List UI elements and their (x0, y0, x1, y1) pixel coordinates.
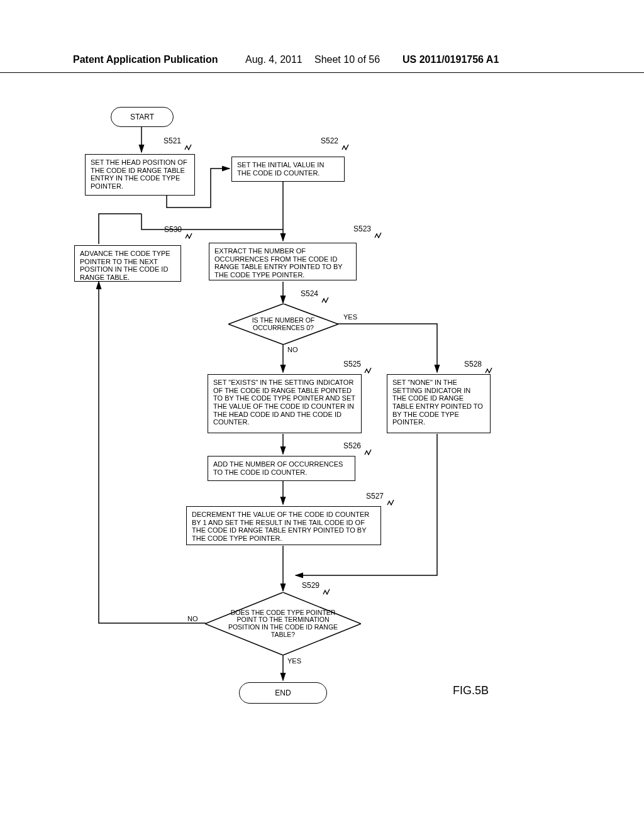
step-label-s524: S524 (301, 289, 318, 298)
flowchart-canvas: START S521 SET THE HEAD POSITION OF THE … (0, 88, 644, 780)
step-s526: ADD THE NUMBER OF OCCURRENCES TO THE COD… (208, 456, 355, 481)
path-yes-s524: YES (343, 313, 357, 321)
step-s522: SET THE INITIAL VALUE IN THE CODE ID COU… (231, 157, 345, 182)
decision-s529: DOES THE CODE TYPE POINTER POINT TO THE … (205, 592, 361, 655)
step-s523: EXTRACT THE NUMBER OF OCCURRENCES FROM T… (209, 243, 357, 280)
leader-blip-icon (387, 497, 394, 503)
leader-blip-icon (485, 365, 492, 371)
header-sheet: Sheet 10 of 56 (314, 54, 380, 65)
step-label-s528: S528 (464, 360, 482, 368)
decision-s529-text: DOES THE CODE TYPE POINTER POINT TO THE … (224, 609, 343, 638)
leader-blip-icon (321, 294, 329, 301)
decision-s524: IS THE NUMBER OF OCCURRENCES 0? (228, 304, 338, 345)
step-label-s522: S522 (321, 136, 338, 145)
path-no-s524: NO (287, 346, 298, 353)
step-label-s526: S526 (343, 441, 361, 450)
header-date: Aug. 4, 2011 (245, 54, 303, 65)
leader-blip-icon (185, 230, 192, 236)
step-label-s523: S523 (353, 224, 371, 233)
step-label-s527: S527 (366, 492, 384, 501)
step-s527: DECREMENT THE VALUE OF THE CODE ID COUNT… (186, 506, 381, 545)
terminator-end: END (239, 682, 327, 704)
leader-blip-icon (364, 446, 372, 453)
figure-label: FIG.5B (453, 684, 489, 697)
leader-blip-icon (374, 230, 382, 236)
path-no-s529: NO (187, 615, 198, 622)
header-publication: Patent Application Publication (73, 54, 218, 65)
path-yes-s529: YES (287, 657, 301, 665)
header-pub-number: US 2011/0191756 A1 (402, 54, 499, 65)
leader-blip-icon (364, 365, 372, 371)
decision-s524-text: IS THE NUMBER OF OCCURRENCES 0? (242, 317, 325, 331)
step-label-s525: S525 (343, 360, 361, 368)
step-label-s521: S521 (164, 136, 181, 145)
step-label-s530: S530 (164, 225, 182, 234)
leader-blip-icon (341, 141, 349, 148)
step-s521: SET THE HEAD POSITION OF THE CODE ID RAN… (85, 154, 195, 196)
leader-blip-icon (184, 141, 192, 148)
step-label-s529: S529 (302, 581, 319, 590)
step-s528: SET "NONE" IN THE SETTING INDICATOR IN T… (387, 374, 491, 433)
terminator-start: START (111, 107, 174, 127)
page-header: Patent Application Publication Aug. 4, 2… (0, 54, 644, 73)
step-s530: ADVANCE THE CODE TYPE POINTER TO THE NEX… (74, 245, 181, 282)
step-s525: SET "EXISTS" IN THE SETTING INDICATOR OF… (208, 374, 362, 433)
leader-blip-icon (323, 586, 330, 592)
